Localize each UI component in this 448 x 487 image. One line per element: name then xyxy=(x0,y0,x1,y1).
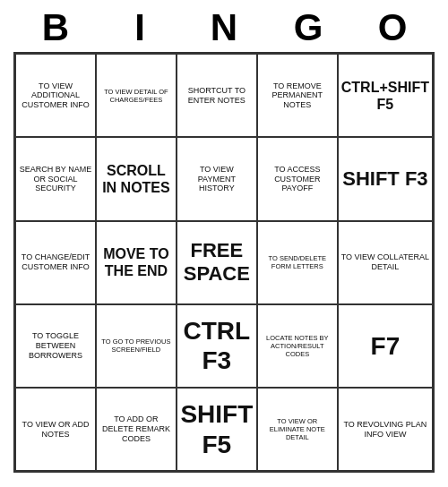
bingo-cell: TO SEND/DELETE FORM LETTERS xyxy=(257,221,338,304)
bingo-cell: SHIFT F3 xyxy=(338,137,433,220)
bingo-cell: TO REVOLVING PLAN INFO VIEW xyxy=(338,388,433,471)
bingo-cell: SCROLL IN NOTES xyxy=(96,137,177,220)
bingo-cell: TO CHANGE/EDIT CUSTOMER INFO xyxy=(15,221,96,304)
bingo-cell: SHORTCUT TO ENTER NOTES xyxy=(177,54,257,137)
bingo-cell: TO ACCESS CUSTOMER PAYOFF xyxy=(257,137,338,220)
bingo-header: BINGO xyxy=(13,7,435,48)
bingo-cell: FREE SPACE xyxy=(177,221,257,304)
bingo-header-letter: O xyxy=(350,7,435,48)
bingo-cell: LOCATE NOTES BY ACTION/RESULT CODES xyxy=(257,304,338,388)
bingo-cell: TO ADD OR DELETE REMARK CODES xyxy=(96,388,177,471)
bingo-grid: TO VIEW ADDITIONAL CUSTOMER INFOTO VIEW … xyxy=(13,52,435,473)
bingo-header-letter: I xyxy=(98,7,182,48)
bingo-cell: SEARCH BY NAME OR SOCIAL SECURITY xyxy=(15,137,96,220)
bingo-cell: CTRL F3 xyxy=(177,304,257,388)
bingo-cell: TO VIEW OR ADD NOTES xyxy=(15,388,96,471)
bingo-cell: F7 xyxy=(338,304,433,388)
bingo-header-letter: N xyxy=(182,7,266,48)
bingo-cell: TO VIEW PAYMENT HISTORY xyxy=(177,137,257,220)
bingo-cell: TO TOGGLE BETWEEN BORROWERS xyxy=(15,304,96,388)
bingo-cell: TO REMOVE PERMANENT NOTES xyxy=(257,54,338,137)
bingo-header-letter: G xyxy=(266,7,350,48)
bingo-cell: TO VIEW COLLATERAL DETAIL xyxy=(338,221,433,304)
bingo-cell: SHIFT F5 xyxy=(177,388,257,471)
bingo-cell: TO VIEW ADDITIONAL CUSTOMER INFO xyxy=(15,54,96,137)
bingo-cell: TO GO TO PREVIOUS SCREEN/FIELD xyxy=(96,304,177,388)
bingo-cell: TO VIEW DETAIL OF CHARGES/FEES xyxy=(96,54,177,137)
bingo-cell: TO VIEW OR ELIMINATE NOTE DETAIL xyxy=(257,388,338,471)
bingo-cell: MOVE TO THE END xyxy=(96,221,177,304)
bingo-header-letter: B xyxy=(13,7,98,48)
bingo-cell: CTRL+SHIFT F5 xyxy=(338,54,433,137)
